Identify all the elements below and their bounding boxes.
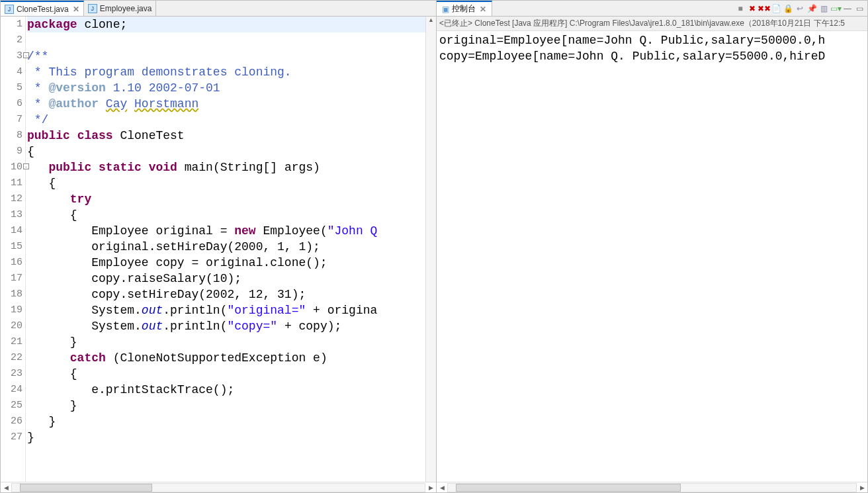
scroll-left-icon[interactable]: ◀ — [437, 484, 447, 491]
console-horizontal-scrollbar[interactable]: ◀ ▶ — [437, 482, 867, 492]
line-number: 2 — [1, 32, 22, 48]
scroll-right-icon[interactable]: ▶ — [425, 484, 436, 491]
code-line[interactable]: { — [27, 366, 425, 382]
scroll-left-icon[interactable]: ◀ — [1, 484, 11, 491]
remove-all-launches-button[interactable]: ✖✖ — [759, 3, 769, 14]
code-line[interactable]: /** — [27, 48, 425, 64]
maximize-button[interactable]: ▭ — [854, 3, 865, 14]
line-number: 15 — [1, 239, 22, 255]
line-number: 10- — [1, 159, 22, 175]
line-number: 24 — [1, 382, 22, 398]
console-toolbar: ▣ 控制台 ✕ ■ ✖ ✖✖ 📄 🔒 ↩ 📌 ▥ ▭▾ — ▭ — [437, 1, 867, 17]
editor-tab-clonetest[interactable]: J CloneTest.java ✕ — [1, 1, 84, 16]
code-line[interactable]: } — [27, 414, 425, 429]
fold-toggle-icon[interactable]: - — [23, 52, 29, 58]
close-icon[interactable]: ✕ — [73, 5, 79, 14]
scroll-track[interactable] — [447, 483, 857, 492]
editor-body[interactable]: 123-45678910-111213141516171819202122232… — [1, 17, 436, 482]
console-tab-label: 控制台 — [452, 3, 476, 15]
code-line[interactable]: } — [27, 334, 425, 350]
scroll-right-icon[interactable]: ▶ — [857, 484, 867, 491]
pin-console-button[interactable]: 📌 — [806, 3, 817, 14]
scroll-up-icon[interactable]: ▲ — [426, 17, 436, 27]
line-number: 14 — [1, 223, 22, 239]
line-number: 23 — [1, 366, 22, 382]
terminate-button[interactable]: ■ — [735, 3, 746, 14]
line-number: 20 — [1, 318, 22, 334]
code-line[interactable]: { — [27, 175, 425, 191]
console-icon: ▣ — [442, 5, 449, 14]
console-tools: ■ ✖ ✖✖ 📄 🔒 ↩ 📌 ▥ ▭▾ — ▭ — [735, 3, 867, 14]
scroll-lock-button[interactable]: 🔒 — [783, 3, 793, 14]
java-file-icon: J — [5, 5, 14, 14]
scroll-thumb[interactable] — [456, 484, 680, 492]
line-number: 25 — [1, 398, 22, 414]
minimize-button[interactable]: — — [842, 3, 853, 14]
tab-label: CloneTest.java — [17, 5, 69, 14]
code-line[interactable]: } — [27, 429, 425, 445]
code-line[interactable]: public class CloneTest — [27, 128, 425, 144]
line-number: 27 — [1, 429, 22, 445]
code-line[interactable]: public static void main(String[] args) — [27, 159, 425, 175]
line-number: 21 — [1, 334, 22, 350]
line-number: 8 — [1, 128, 22, 144]
line-number: 5 — [1, 80, 22, 96]
code-line[interactable]: package clone; — [27, 17, 425, 32]
console-tab[interactable]: ▣ 控制台 ✕ — [437, 1, 492, 16]
line-number: 22 — [1, 350, 22, 366]
code-line[interactable]: * This program demonstrates cloning. — [27, 64, 425, 80]
code-line[interactable]: copy.raiseSalary(10); — [27, 271, 425, 287]
clear-console-button[interactable]: 📄 — [771, 3, 781, 14]
code-line[interactable]: copy.setHireDay(2002, 12, 31); — [27, 287, 425, 302]
java-file-icon: J — [88, 4, 97, 13]
code-line[interactable]: System.out.println("copy=" + copy); — [27, 318, 425, 334]
code-line[interactable]: System.out.println("original=" + origina — [27, 302, 425, 318]
line-number: 26 — [1, 414, 22, 429]
code-line[interactable]: Employee original = new Employee("John Q — [27, 223, 425, 239]
line-number: 6 — [1, 96, 22, 112]
editor-tab-bar: J CloneTest.java ✕ J Employee.java — [1, 1, 436, 17]
horizontal-scrollbar[interactable]: ◀ ▶ — [1, 482, 436, 492]
remove-launch-button[interactable]: ✖ — [747, 3, 758, 14]
line-number: 3- — [1, 48, 22, 64]
editor-pane: J CloneTest.java ✕ J Employee.java 123-4… — [0, 0, 437, 493]
display-selected-button[interactable]: ▥ — [818, 3, 829, 14]
code-line[interactable] — [27, 32, 425, 48]
line-number: 11 — [1, 175, 22, 191]
terminated-info: <已终止> CloneTest [Java 应用程序] C:\Program F… — [437, 17, 867, 31]
code-line[interactable]: catch (CloneNotSupportedException e) — [27, 350, 425, 366]
line-number: 7 — [1, 112, 22, 128]
line-number: 9 — [1, 144, 22, 159]
open-console-button[interactable]: ▭▾ — [830, 3, 841, 14]
editor-tab-employee[interactable]: J Employee.java — [84, 1, 157, 16]
line-number: 16 — [1, 255, 22, 271]
line-number: 19 — [1, 302, 22, 318]
console-pane: ▣ 控制台 ✕ ■ ✖ ✖✖ 📄 🔒 ↩ 📌 ▥ ▭▾ — ▭ <已终止> Cl… — [437, 0, 868, 493]
line-number: 17 — [1, 271, 22, 287]
vertical-scrollbar[interactable]: ▲ — [425, 17, 436, 482]
tab-label: Employee.java — [100, 4, 152, 13]
code-line[interactable]: * @version 1.10 2002-07-01 — [27, 80, 425, 96]
line-number: 4 — [1, 64, 22, 80]
console-output[interactable]: original=Employee[name=John Q. Public,sa… — [437, 31, 867, 482]
code-line[interactable]: } — [27, 398, 425, 414]
word-wrap-button[interactable]: ↩ — [795, 3, 805, 14]
line-number: 18 — [1, 287, 22, 302]
close-icon[interactable]: ✕ — [480, 5, 486, 14]
line-number-gutter: 123-45678910-111213141516171819202122232… — [1, 17, 26, 482]
code-line[interactable]: Employee copy = original.clone(); — [27, 255, 425, 271]
code-line[interactable]: try — [27, 191, 425, 207]
line-number: 1 — [1, 17, 22, 32]
code-line[interactable]: { — [27, 144, 425, 159]
code-line[interactable]: */ — [27, 112, 425, 128]
scroll-thumb[interactable] — [20, 484, 152, 492]
line-number: 12 — [1, 191, 22, 207]
code-line[interactable]: original.setHireDay(2000, 1, 1); — [27, 239, 425, 255]
code-line[interactable]: { — [27, 207, 425, 223]
code-area[interactable]: package clone; /** * This program demons… — [26, 17, 425, 482]
fold-toggle-icon[interactable]: - — [23, 163, 29, 169]
code-line[interactable]: e.printStackTrace(); — [27, 382, 425, 398]
scroll-track[interactable] — [11, 483, 425, 492]
line-number: 13 — [1, 207, 22, 223]
code-line[interactable]: * @author Cay Horstmann — [27, 96, 425, 112]
